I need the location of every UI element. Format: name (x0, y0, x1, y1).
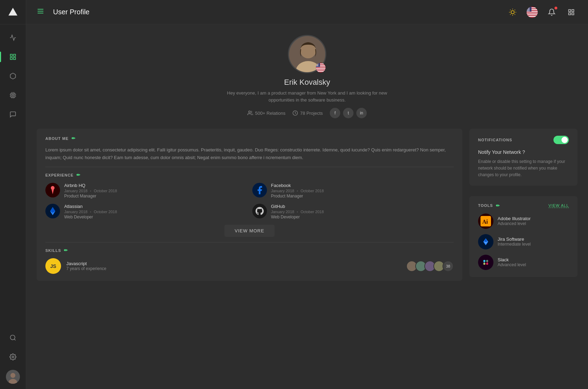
notify-network-desc: Enable or disable this setting to manage… (478, 158, 569, 179)
sidebar-item-chat[interactable] (0, 105, 26, 124)
facebook-icon[interactable]: f (330, 108, 340, 118)
svg-point-80 (248, 111, 250, 113)
tools-section-title: TOOLS ✏ (478, 203, 500, 208)
notifications-card: NOTIFICATIONS Notify Your Network ? Enab… (469, 129, 578, 186)
left-panel: ABOUT ME ✏ Lorem ipsum dolor sit amet, c… (37, 129, 462, 379)
exp-item-github: GitHub January 2018 • October 2018 Web D… (252, 204, 454, 219)
sidebar-item-grid[interactable] (0, 47, 26, 66)
app-logo[interactable] (0, 0, 26, 24)
svg-point-44 (527, 10, 528, 10)
svg-rect-85 (481, 257, 491, 268)
sidebar-item-settings[interactable] (0, 347, 26, 366)
skill-badge-js: JS (45, 258, 61, 274)
svg-rect-91 (487, 260, 488, 265)
jira-info: Jira Software Intermediate level (498, 237, 531, 247)
relations-count: 500+ Relations (255, 111, 285, 116)
tools-header: TOOLS ✏ VIEW ALL (478, 203, 569, 208)
avatar[interactable] (6, 370, 20, 384)
svg-rect-51 (572, 9, 574, 12)
skills-edit-icon[interactable]: ✏ (64, 248, 68, 253)
svg-point-73 (318, 64, 319, 65)
exp-info-airbnb: Airbnb HQ January 2018 • October 2018 Pr… (64, 183, 117, 199)
tool-item-jira: Jira Software Intermediate level (478, 234, 569, 249)
skill-info-js: Javascript 7 years of experience (66, 261, 401, 271)
right-panel: NOTIFICATIONS Notify Your Network ? Enab… (469, 129, 578, 379)
svg-point-41 (527, 9, 528, 9)
exp-info-facebook: Facebook January 2018 • October 2018 Pro… (271, 183, 324, 199)
exp-item-facebook: Facebook January 2018 • October 2018 Pro… (252, 183, 454, 199)
projects-stat: 78 Projects (292, 110, 323, 116)
svg-line-8 (14, 339, 16, 340)
svg-point-42 (528, 9, 529, 9)
svg-point-45 (528, 10, 529, 10)
svg-marker-0 (8, 8, 17, 15)
svg-line-23 (510, 14, 511, 14)
svg-point-74 (316, 65, 317, 66)
slack-logo (478, 255, 493, 270)
divider-2 (45, 242, 454, 242)
experience-section-title: EXPERIENCE ✏ (45, 172, 454, 178)
sidebar-item-search[interactable] (0, 328, 26, 347)
flag-button[interactable] (526, 6, 538, 18)
view-all-tools-link[interactable]: VIEW ALL (549, 203, 569, 208)
notification-badge (554, 7, 557, 9)
svg-rect-5 (12, 94, 14, 96)
cards-area: ABOUT ME ✏ Lorem ipsum dolor sit amet, c… (26, 125, 588, 389)
svg-text:Ai: Ai (482, 219, 488, 225)
svg-point-40 (529, 8, 529, 8)
svg-rect-2 (14, 54, 16, 56)
svg-point-38 (527, 8, 528, 8)
illustrator-info: Adobe Illustrator Advanced level (498, 216, 531, 226)
svg-point-16 (511, 10, 514, 14)
about-section-title: ABOUT ME ✏ (45, 136, 454, 141)
profile-name: Erik Kovalsky (284, 78, 330, 87)
endorser-count: 38 (442, 261, 454, 272)
svg-rect-50 (569, 9, 571, 12)
tool-item-slack: Slack Advanced level (478, 255, 569, 270)
svg-point-76 (318, 65, 319, 66)
svg-rect-52 (569, 13, 571, 15)
svg-line-24 (515, 9, 515, 10)
svg-rect-1 (10, 54, 13, 56)
svg-point-36 (528, 7, 529, 8)
content-area: Erik Kovalsky Hey everyone, I am a produ… (26, 24, 588, 389)
brightness-button[interactable] (506, 6, 519, 18)
header-actions (506, 6, 578, 18)
slack-info: Slack Advanced level (498, 257, 526, 267)
sidebar-item-activity[interactable] (0, 28, 26, 47)
jira-logo (478, 234, 493, 249)
svg-point-48 (528, 10, 529, 11)
svg-rect-90 (484, 260, 485, 265)
twitter-icon[interactable]: t (343, 108, 353, 118)
notifications-header: NOTIFICATIONS (478, 136, 569, 144)
apps-button[interactable] (565, 6, 578, 18)
main-content: User Profile (26, 0, 588, 389)
sidebar (0, 0, 26, 389)
experience-edit-icon[interactable]: ✏ (76, 172, 81, 178)
view-more-button[interactable]: VIEW MORE (224, 225, 275, 237)
sidebar-item-chip[interactable] (0, 85, 26, 105)
svg-point-35 (527, 7, 528, 8)
svg-point-47 (527, 10, 528, 11)
divider-1 (45, 167, 454, 167)
exp-info-github: GitHub January 2018 • October 2018 Web D… (271, 204, 324, 219)
exp-item-airbnb: Airbnb HQ January 2018 • October 2018 Pr… (45, 183, 247, 199)
svg-line-20 (515, 14, 515, 14)
sidebar-item-cube[interactable] (0, 66, 26, 85)
svg-point-72 (317, 64, 318, 65)
about-card: ABOUT ME ✏ Lorem ipsum dolor sit amet, c… (37, 129, 462, 281)
notification-button[interactable] (545, 6, 558, 18)
profile-header: Erik Kovalsky Hey everyone, I am a produ… (26, 24, 588, 125)
svg-rect-65 (316, 69, 326, 70)
illustrator-logo: Ai (478, 214, 493, 229)
svg-rect-33 (527, 16, 538, 17)
profile-stats: 500+ Relations 78 Projects f t in (247, 108, 367, 118)
linkedin-icon[interactable]: in (356, 108, 367, 118)
menu-icon[interactable] (37, 7, 44, 17)
about-edit-icon[interactable]: ✏ (72, 136, 76, 141)
profile-avatar-wrap (288, 35, 326, 73)
notify-network-toggle[interactable] (553, 136, 569, 144)
tools-edit-icon[interactable]: ✏ (496, 203, 500, 208)
svg-rect-6 (11, 93, 15, 97)
tools-card: TOOLS ✏ VIEW ALL Ai (469, 196, 578, 277)
